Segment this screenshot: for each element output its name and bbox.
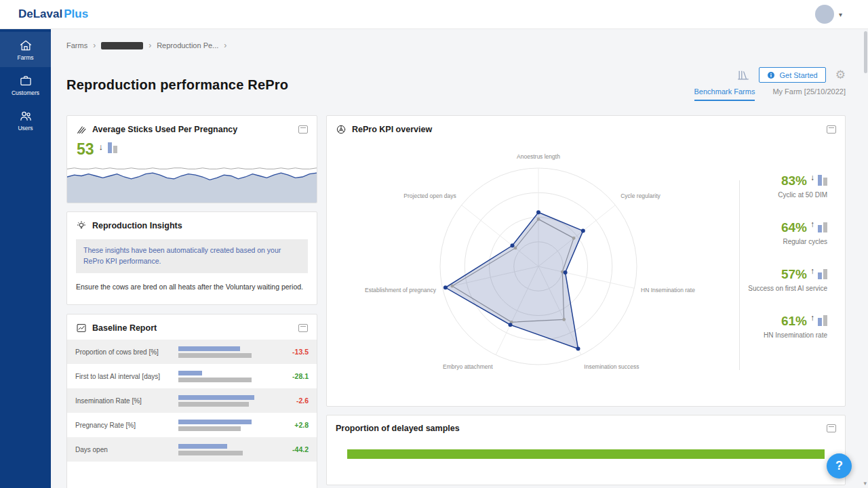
kpi-stat-value: 61%	[781, 314, 807, 329]
mini-bar-chart-icon	[818, 268, 827, 279]
mini-bar-chart-icon	[818, 221, 827, 232]
chevron-down-icon[interactable]: ▾	[839, 11, 842, 18]
baseline-row-bars	[178, 444, 284, 455]
scrollbar-down-arrow-icon[interactable]: ▾	[863, 480, 867, 487]
baseline-row: Pregnancy Rate [%]+2.8	[67, 413, 317, 437]
baseline-row: Insemination Rate [%]-2.6	[67, 388, 317, 413]
farm-bar	[178, 444, 227, 449]
account-menu: ▾	[815, 5, 842, 24]
delaval-plus-logo[interactable]: DeLavalPlus	[18, 7, 88, 21]
svg-text:Establishment of pregnancy: Establishment of pregnancy	[365, 287, 437, 293]
get-started-label: Get Started	[779, 71, 817, 79]
avg-sticks-trend-icon: ↓	[99, 142, 104, 152]
baseline-row-label: Days open	[75, 445, 178, 454]
logo-text-secondary: Plus	[64, 7, 88, 20]
breadcrumb-item[interactable]: Farms	[66, 41, 87, 49]
baseline-row-bars	[178, 371, 284, 382]
delayed-samples-title: Proportion of delayed samples	[336, 424, 460, 433]
baseline-rows: Proportion of cows bred [%]-13.5First to…	[67, 340, 317, 462]
library-icon[interactable]	[737, 70, 749, 81]
topbar: DeLavalPlus ▾	[0, 0, 868, 29]
expand-icon[interactable]	[827, 125, 836, 134]
baseline-row-value: -44.2	[284, 445, 309, 453]
customers-icon	[19, 74, 33, 87]
baseline-row-value: -28.1	[284, 372, 309, 380]
baseline-row: First to last AI interval [days]-28.1	[67, 364, 317, 388]
insights-highlight: These insights have been automatically c…	[76, 239, 308, 273]
trend-down-icon: ↓	[810, 173, 814, 182]
baseline-row-value: -2.6	[284, 396, 309, 405]
avg-sticks-value-row: 53 ↓	[77, 142, 117, 157]
kpi-overview-title: RePro KPI overview	[352, 125, 432, 134]
delayed-samples-card: Proportion of delayed samples	[326, 415, 846, 485]
farm-icon	[19, 39, 33, 52]
breadcrumb-separator-icon: ›	[224, 41, 226, 50]
benchmark-bar	[178, 353, 252, 358]
sidebar-item-label: Customers	[12, 89, 39, 96]
delayed-samples-bar-track	[347, 449, 825, 459]
baseline-row-value: +2.8	[284, 421, 309, 429]
sidebar-item-users[interactable]: Users	[0, 102, 51, 138]
tabs: Benchmark FarmsMy Farm [25/10/2022]	[694, 87, 846, 101]
svg-text:Projected open days: Projected open days	[403, 192, 456, 199]
info-icon	[767, 71, 775, 79]
farm-bar	[178, 420, 252, 424]
benchmark-bar	[178, 378, 252, 382]
tab-benchmark-farms[interactable]: Benchmark Farms	[694, 87, 755, 101]
benchmark-bar	[178, 426, 241, 431]
line-chart-icon	[76, 323, 87, 333]
expand-icon[interactable]	[298, 324, 308, 332]
benchmark-bar	[178, 451, 243, 455]
header-actions: Get Started ⚙	[737, 67, 846, 83]
avg-sticks-title: Average Sticks Used Per Pregnancy	[92, 125, 237, 134]
sticks-icon	[76, 124, 87, 135]
trend-up-icon: ↑	[810, 266, 814, 276]
trend-up-icon: ↑	[810, 220, 814, 229]
breadcrumb-item-redacted[interactable]	[101, 42, 143, 49]
kpi-stat-value: 57%	[781, 268, 807, 282]
farm-bar	[178, 371, 202, 375]
baseline-row-bars	[178, 346, 284, 358]
insights-card: Reproduction Insights These insights hav…	[66, 211, 317, 305]
help-button[interactable]: ?	[827, 453, 852, 479]
expand-icon[interactable]	[827, 424, 836, 432]
users-icon	[19, 109, 33, 123]
baseline-row-label: Proportion of cows bred [%]	[75, 348, 178, 357]
baseline-row-label: Insemination Rate [%]	[75, 396, 178, 405]
breadcrumb-item[interactable]: Reproduction Pe...	[157, 41, 218, 49]
tab-my-farm-25-10-2022[interactable]: My Farm [25/10/2022]	[772, 87, 846, 101]
sidebar-item-farms[interactable]: Farms	[0, 32, 51, 67]
page-title: Reproduction performance RePro	[66, 77, 288, 93]
baseline-report-card: Baseline Report Proportion of cows bred …	[66, 314, 317, 488]
gear-icon[interactable]: ⚙	[835, 69, 846, 81]
avatar[interactable]	[815, 5, 834, 24]
svg-text:Cycle regularity: Cycle regularity	[620, 192, 660, 199]
baseline-row-bars	[178, 420, 284, 431]
sticks-trend-chart	[67, 161, 317, 203]
farm-bar	[178, 395, 254, 400]
kpi-stat-value: 83%	[781, 174, 807, 188]
svg-text:Insemination success: Insemination success	[584, 363, 639, 370]
delayed-samples-bar	[347, 449, 825, 459]
logo-text-primary: DeLaval	[18, 7, 62, 20]
scrollbar-thumb[interactable]	[864, 31, 867, 73]
expand-icon[interactable]	[298, 125, 308, 134]
svg-text:Embryo attachment: Embryo attachment	[443, 363, 493, 370]
baseline-row-label: First to last AI interval [days]	[75, 372, 178, 381]
sidebar-item-customers[interactable]: Customers	[0, 67, 51, 102]
breadcrumb-separator-icon: ›	[93, 41, 96, 50]
mini-bar-chart-icon	[108, 142, 117, 153]
baseline-row-bars	[178, 395, 284, 407]
breadcrumb-separator-icon: ›	[149, 41, 151, 50]
get-started-button[interactable]: Get Started	[759, 67, 825, 83]
baseline-row: Proportion of cows bred [%]-13.5	[67, 340, 317, 364]
insights-title: Reproduction Insights	[92, 221, 182, 230]
trend-up-icon: ↑	[810, 313, 814, 323]
sidebar-item-label: Users	[18, 125, 33, 131]
svg-text:Anoestrus length: Anoestrus length	[517, 153, 560, 160]
kpi-overview-card: RePro KPI overview Anoestrus lengthCycle…	[326, 115, 846, 407]
insights-note: Ensure the cows are bred on all heats af…	[67, 280, 317, 300]
breadcrumb: Farms››Reproduction Pe...›	[66, 41, 226, 50]
mini-bar-chart-icon	[818, 174, 827, 186]
baseline-row-value: -13.5	[284, 348, 309, 356]
